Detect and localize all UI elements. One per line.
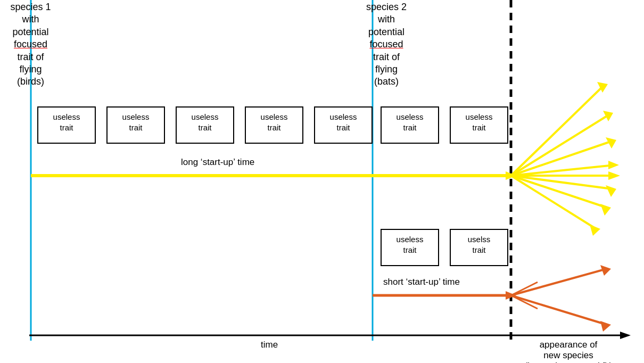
trait-box-8: uselesstrait	[381, 229, 439, 266]
species1-line1: species 1	[0, 1, 61, 13]
species1-line2: with	[0, 13, 61, 26]
trait-box-2: uselesstrait	[106, 106, 165, 144]
svg-marker-6	[506, 291, 516, 300]
species1-focused: focused	[0, 38, 61, 51]
svg-marker-10	[597, 82, 608, 93]
trait-box-1: uselesstrait	[37, 106, 96, 144]
time-text: time	[261, 340, 278, 350]
svg-line-11	[511, 114, 609, 176]
svg-line-30	[511, 295, 538, 309]
svg-line-19	[511, 176, 612, 189]
svg-marker-24	[590, 225, 600, 236]
svg-line-25	[511, 269, 607, 295]
appearance-label: appearance ofnew species(internal + exte…	[505, 340, 632, 363]
species2-line3: potential	[354, 26, 418, 38]
svg-line-9	[511, 85, 604, 176]
trait-box-9: uselsstrait	[450, 229, 508, 266]
svg-marker-26	[600, 265, 611, 276]
svg-line-13	[511, 141, 612, 176]
svg-line-27	[511, 295, 607, 325]
trait-box-4: uselesstrait	[245, 106, 303, 144]
svg-line-29	[511, 282, 538, 295]
species2-label: species 2 with potential focused trait o…	[354, 1, 418, 88]
svg-marker-16	[608, 161, 619, 169]
svg-line-23	[511, 176, 596, 229]
short-startup-text: short ‘start-up’ time	[383, 277, 460, 287]
trait-box-6: uselesstrait	[381, 106, 439, 144]
species2-line1: species 2	[354, 1, 418, 13]
species1-line5: trait of	[0, 51, 61, 63]
species1-label: species 1 with potential focused trait o…	[0, 1, 61, 88]
svg-marker-14	[606, 137, 616, 148]
trait-box-7: uselesstrait	[450, 106, 508, 144]
svg-marker-28	[600, 321, 611, 332]
species1-line3: potential	[0, 26, 61, 38]
trait-box-3: uselesstrait	[176, 106, 234, 144]
species2-line7: (bats)	[354, 76, 418, 88]
diagram-svg	[0, 0, 644, 363]
svg-marker-18	[608, 171, 620, 180]
species2-line6: flying	[354, 63, 418, 76]
species2-line5: trait of	[354, 51, 418, 63]
diagram: species 1 with potential focused trait o…	[0, 0, 644, 363]
long-startup-label: long ‘start-up’ time	[181, 157, 254, 168]
short-startup-label: short ‘start-up’ time	[383, 277, 460, 287]
species2-line2: with	[354, 13, 418, 26]
svg-line-21	[511, 176, 607, 208]
species2-focused: focused	[354, 38, 418, 51]
svg-marker-20	[606, 185, 616, 197]
long-startup-text: long ‘start-up’ time	[181, 157, 254, 167]
species1-line6: flying	[0, 63, 61, 76]
svg-marker-22	[600, 204, 611, 216]
svg-marker-8	[620, 332, 631, 339]
svg-line-15	[511, 165, 615, 176]
trait-box-5: uselesstrait	[314, 106, 373, 144]
svg-marker-4	[506, 171, 516, 180]
time-label: time	[261, 340, 278, 350]
species1-line7: (birds)	[0, 76, 61, 88]
svg-marker-12	[603, 111, 613, 121]
